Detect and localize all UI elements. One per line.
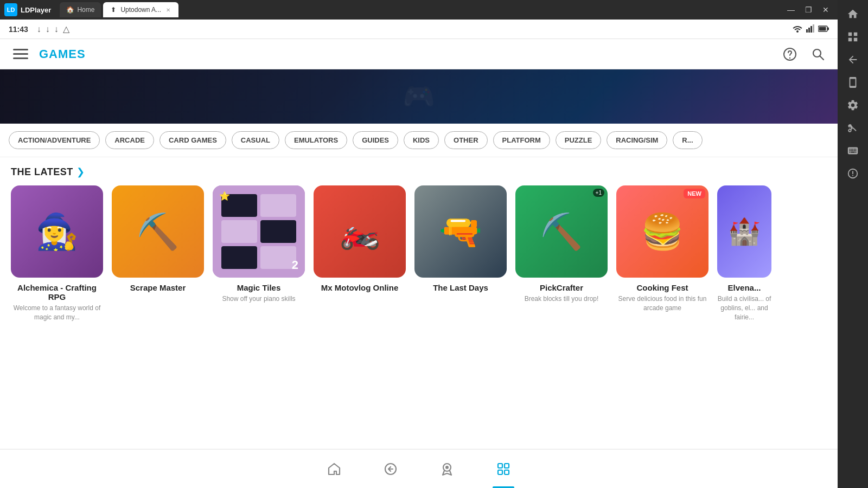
svg-rect-0 xyxy=(806,29,808,33)
ld-icon-grid[interactable] xyxy=(843,27,863,47)
category-arcade[interactable]: ARCADE xyxy=(105,131,154,149)
download-icon-2: ↓ xyxy=(46,24,50,34)
app-name: LDPlayer xyxy=(21,6,51,14)
signal-icon xyxy=(806,24,815,35)
section-header: THE LATEST ❯ xyxy=(11,166,827,178)
svg-rect-17 xyxy=(505,470,509,474)
svg-rect-16 xyxy=(498,470,502,474)
update-icon: △ xyxy=(63,24,69,34)
category-puzzle[interactable]: PUZZLE xyxy=(556,131,602,149)
game-name-alchemica: Alchemica - Crafting RPG xyxy=(11,283,103,301)
svg-rect-5 xyxy=(827,27,829,30)
nav-home[interactable] xyxy=(322,457,346,481)
header-actions xyxy=(781,46,827,63)
game-card-magic[interactable]: ⭐ 2 Magic Tiles Show off your piano skil… xyxy=(213,185,305,322)
game-card-elvena[interactable]: 🏰 Elvena... Build a civilisa... of gobli… xyxy=(717,185,771,322)
game-thumb-elvena: 🏰 xyxy=(717,185,771,278)
magic-tile-2 xyxy=(260,194,296,217)
games-row: 🧙‍♀️ Alchemica - Crafting RPG Welcome to… xyxy=(11,185,827,322)
nav-back[interactable] xyxy=(379,457,403,481)
game-thumb-mx: 🏍️ xyxy=(314,185,406,278)
ld-icon-back[interactable] xyxy=(843,50,863,69)
status-bar: 11:43 ↓ ↓ ↓ △ xyxy=(0,20,838,39)
svg-rect-6 xyxy=(819,27,826,30)
minimize-button[interactable]: — xyxy=(783,3,799,16)
bottom-nav xyxy=(0,449,838,488)
game-card-pickcrafter[interactable]: ⛏️ +1 PickCrafter Break blocks till you … xyxy=(515,185,608,322)
cooking-badge-new: NEW xyxy=(684,189,705,198)
tab-home-icon: 🏠 xyxy=(66,6,74,14)
category-emulators[interactable]: EMULATORS xyxy=(285,131,347,149)
category-kids[interactable]: KIDS xyxy=(404,131,439,149)
magic-star-icon: ⭐ xyxy=(219,191,230,201)
category-more[interactable]: R... xyxy=(673,131,702,149)
tab-home[interactable]: 🏠 Home xyxy=(60,2,101,17)
category-platform[interactable]: PLATFORM xyxy=(493,131,550,149)
game-name-elvena: Elvena... xyxy=(717,283,771,292)
category-bar: ACTION/ADVENTURE ARCADE CARD GAMES CASUA… xyxy=(0,124,838,157)
game-thumb-magic: ⭐ 2 xyxy=(213,185,305,278)
tab-uptodown-icon: ⬆ xyxy=(110,6,117,14)
page-title: GAMES xyxy=(39,47,86,61)
ld-icon-keyboard[interactable] xyxy=(843,141,863,160)
ld-icon-settings[interactable] xyxy=(843,95,863,115)
category-card-games[interactable]: CARD GAMES xyxy=(159,131,226,149)
category-other[interactable]: OTHER xyxy=(444,131,488,149)
nav-achievements[interactable] xyxy=(435,457,459,481)
game-desc-alchemica: Welcome to a fantasy world of magic and … xyxy=(11,304,103,322)
category-guides[interactable]: GUIDES xyxy=(353,131,398,149)
tab-close-button[interactable]: ✕ xyxy=(164,6,172,14)
game-name-lastdays: The Last Days xyxy=(414,283,507,292)
hero-banner[interactable]: 🎮 xyxy=(0,69,838,124)
category-action-adventure[interactable]: ACTION/ADVENTURE xyxy=(9,131,100,149)
magic-tile-3 xyxy=(221,220,257,243)
tab-uptodown-label: Uptodown A... xyxy=(120,6,161,14)
window-controls: — ❐ ✕ xyxy=(783,3,833,16)
svg-rect-15 xyxy=(505,464,509,468)
latest-section: THE LATEST ❯ 🧙‍♀️ Alchemica - Crafting R… xyxy=(0,157,838,449)
main-window: LD LDPlayer 🏠 Home ⬆ Uptodown A... ✕ — ❐ xyxy=(0,0,838,488)
category-racing-sim[interactable]: RACING/SIM xyxy=(607,131,667,149)
magic-tile-6 xyxy=(260,246,296,269)
restore-button[interactable]: ❐ xyxy=(801,3,816,16)
download-icon-1: ↓ xyxy=(37,24,41,34)
help-button[interactable] xyxy=(781,46,799,63)
nav-apps[interactable] xyxy=(492,457,515,481)
section-more-arrow[interactable]: ❯ xyxy=(76,166,85,178)
search-button[interactable] xyxy=(809,46,827,63)
game-thumb-pickcrafter: ⛏️ +1 xyxy=(515,185,608,278)
battery-icon xyxy=(818,24,829,34)
game-name-scrape: Scrape Master xyxy=(112,283,204,292)
ld-icon-shake[interactable] xyxy=(843,164,863,183)
game-desc-magic: Show off your piano skills xyxy=(213,294,305,304)
magic-tile-5 xyxy=(221,246,257,269)
magic-tiles-grid: ⭐ 2 xyxy=(213,185,305,278)
status-right-icons xyxy=(792,24,829,35)
close-button[interactable]: ✕ xyxy=(818,3,833,16)
game-card-scrape[interactable]: ⛏️ Scrape Master xyxy=(112,185,204,322)
app-logo: LD LDPlayer xyxy=(4,3,51,16)
ld-icon-phone[interactable] xyxy=(843,73,863,92)
game-card-mx[interactable]: 🏍️ Mx Motovlog Online xyxy=(314,185,406,322)
title-bar: LD LDPlayer 🏠 Home ⬆ Uptodown A... ✕ — ❐ xyxy=(0,0,838,20)
svg-point-8 xyxy=(789,57,790,58)
tab-uptodown[interactable]: ⬆ Uptodown A... ✕ xyxy=(103,2,178,17)
game-card-cooking[interactable]: 🍔 NEW Cooking Fest Serve delicious food … xyxy=(616,185,709,322)
nav-active-indicator xyxy=(493,486,514,489)
tab-home-label: Home xyxy=(77,6,94,14)
game-thumb-cooking: 🍔 NEW xyxy=(616,185,709,278)
tab-bar: 🏠 Home ⬆ Uptodown A... ✕ xyxy=(60,2,779,17)
svg-point-13 xyxy=(445,466,449,469)
status-download-icons: ↓ ↓ ↓ △ xyxy=(37,24,69,34)
ld-icon-home[interactable] xyxy=(843,4,863,24)
game-desc-elvena: Build a civilisa... of goblins, el... an… xyxy=(717,294,771,322)
game-card-alchemica[interactable]: 🧙‍♀️ Alchemica - Crafting RPG Welcome to… xyxy=(11,185,103,322)
category-casual[interactable]: CASUAL xyxy=(232,131,279,149)
game-name-pickcrafter: PickCrafter xyxy=(515,283,608,292)
svg-rect-3 xyxy=(813,24,814,33)
hamburger-menu[interactable] xyxy=(11,44,30,64)
ld-icon-scissors[interactable] xyxy=(843,118,863,138)
pickcrafter-badge: +1 xyxy=(593,189,604,197)
game-name-mx: Mx Motovlog Online xyxy=(314,283,406,292)
game-card-lastdays[interactable]: 🔫 The Last Days xyxy=(414,185,507,322)
